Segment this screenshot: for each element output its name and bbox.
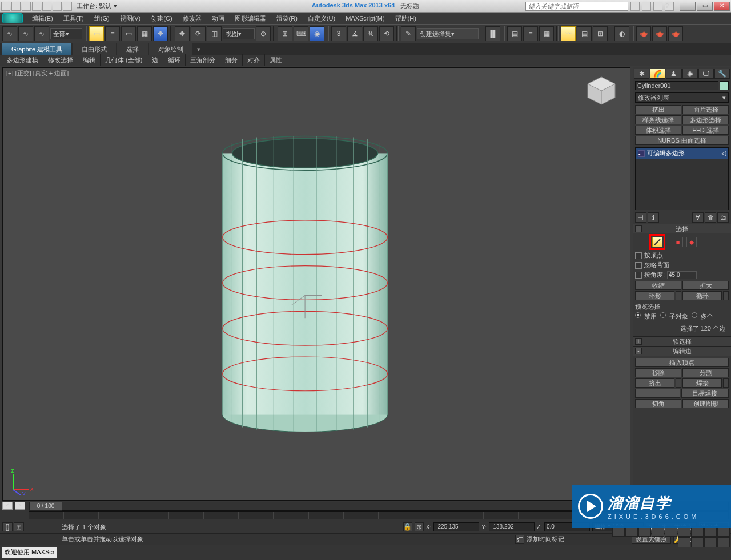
btn-loop[interactable]: 循环 <box>682 291 722 300</box>
chk-by-vertex[interactable] <box>635 252 642 259</box>
rollup-edit-edges-header[interactable]: -编辑边 <box>633 347 731 356</box>
menu-grapheditors[interactable]: 图形编辑器 <box>230 13 271 24</box>
open-icon[interactable] <box>22 2 31 11</box>
nav-orbit-icon[interactable] <box>704 537 717 547</box>
nav-fov-icon[interactable] <box>678 537 690 547</box>
btn-poly-select[interactable]: 多边形选择 <box>682 115 729 124</box>
btn-nurbs-select[interactable]: NURBS 曲面选择 <box>635 136 729 145</box>
undo-icon[interactable] <box>42 2 51 11</box>
snap-2d-icon[interactable]: ◉ <box>310 26 324 41</box>
timeslider-gt-icon[interactable]: > <box>15 502 25 510</box>
add-time-tag[interactable]: 添加时间标记 <box>527 535 564 543</box>
utilities-tab-icon[interactable]: 🔧 <box>714 69 730 79</box>
use-pivot-icon[interactable]: ⊙ <box>256 26 271 41</box>
nav-maximize-icon[interactable] <box>717 537 730 547</box>
named-selection-combo[interactable]: 创建选择集 ▾ <box>417 28 479 39</box>
object-name-field[interactable] <box>635 81 718 90</box>
close-button[interactable]: ✕ <box>714 2 730 11</box>
ref-coord-combo[interactable]: 视图 ▾ <box>223 28 255 39</box>
btn-remove[interactable]: 移除 <box>635 368 681 377</box>
angle-spinner[interactable]: 45.0 <box>667 271 697 279</box>
time-tag-icon[interactable]: 🏷 <box>515 535 524 544</box>
select-by-name-icon[interactable]: ≡ <box>105 26 120 41</box>
menu-group[interactable]: 组(G) <box>90 13 114 24</box>
make-unique-icon[interactable]: ∀ <box>692 212 704 223</box>
lock-selection-icon[interactable]: 🔒 <box>403 522 412 531</box>
rollup-soft-selection-header[interactable]: +软选择 <box>633 337 731 346</box>
help-icon[interactable]: ? <box>665 2 674 11</box>
graphite-toggle-icon[interactable]: ▦ <box>539 26 554 41</box>
modify-tab-icon[interactable]: 🌈 <box>650 69 665 79</box>
expand-icon[interactable]: ▪ <box>638 150 645 157</box>
menu-maxscript[interactable]: MAXScript(M) <box>341 14 389 23</box>
btn-vol-select[interactable]: 体积选择 <box>635 126 681 135</box>
btn-extrude[interactable]: 挤出 <box>635 378 674 388</box>
rollup-selection-header[interactable]: -选择 <box>633 224 731 233</box>
unlink-icon[interactable]: ∿ <box>18 26 33 41</box>
show-end-result-icon[interactable]: ℹ <box>648 212 659 223</box>
ring-spinner[interactable] <box>676 291 681 300</box>
chk-ignore-backfacing[interactable] <box>635 262 642 269</box>
chk-by-angle[interactable] <box>635 272 642 279</box>
menu-tools[interactable]: 工具(T) <box>59 13 89 24</box>
loop-spinner[interactable] <box>723 291 729 300</box>
layers-icon[interactable]: ≡ <box>523 26 538 41</box>
btn-ffd-select[interactable]: FFD 选择 <box>682 126 729 135</box>
hierarchy-tab-icon[interactable]: ♟ <box>666 69 681 79</box>
menu-customize[interactable]: 自定义(U) <box>303 13 340 24</box>
move-icon[interactable]: ✥ <box>175 26 190 41</box>
viewcube[interactable] <box>584 74 618 108</box>
menu-animation[interactable]: 动画 <box>207 13 229 24</box>
time-slider-handle[interactable]: 0 / 100 <box>29 502 62 511</box>
window-crossing-icon[interactable]: ▦ <box>137 26 152 41</box>
display-tab-icon[interactable]: 🖵 <box>698 69 714 79</box>
material-editor-icon[interactable]: ◐ <box>614 26 629 41</box>
btn-insert-vertex[interactable]: 插入顶点 <box>635 358 729 367</box>
render-setup-icon[interactable]: 🫖 <box>636 26 651 41</box>
btn-ring[interactable]: 环形 <box>635 291 674 300</box>
btn-spline-select[interactable]: 样条线选择 <box>635 115 681 124</box>
subobj-element-icon[interactable]: ◆ <box>686 237 697 247</box>
ribbon-panel-tri[interactable]: 三角剖分 <box>186 54 220 66</box>
maximize-button[interactable]: ▭ <box>697 2 713 11</box>
snap-toggle-icon[interactable]: 3 <box>331 26 346 41</box>
ribbon-panel-polymodel[interactable]: 多边形建模 <box>2 54 43 66</box>
dope-sheet-icon[interactable]: ▤ <box>577 26 592 41</box>
object-color-swatch[interactable] <box>720 81 729 90</box>
tab-selection[interactable]: 选择 <box>117 43 148 55</box>
edit-named-sel-icon[interactable]: ✎ <box>401 26 416 41</box>
ribbon-panel-subdiv[interactable]: 细分 <box>220 54 243 66</box>
btn-grow[interactable]: 扩大 <box>682 281 729 290</box>
absolute-mode-icon[interactable]: ⊕ <box>415 522 424 531</box>
subobj-edge-icon[interactable] <box>652 237 662 247</box>
btn-chamfer[interactable]: 切角 <box>635 399 681 408</box>
select-object-icon[interactable]: ▭ <box>89 26 104 41</box>
select-and-move-icon[interactable]: ✥ <box>153 26 168 41</box>
btn-weld[interactable]: 焊接 <box>682 378 722 388</box>
ribbon-panel-modifysel[interactable]: 修改选择 <box>43 54 78 66</box>
minimize-button[interactable]: — <box>680 2 696 11</box>
nav-zoom-ext-icon[interactable] <box>691 537 704 547</box>
pin-stack-icon[interactable]: ⊣ <box>635 212 646 223</box>
link-icon[interactable] <box>63 2 72 11</box>
timeslider-lt-icon[interactable]: < <box>2 502 13 510</box>
schematic-view-icon[interactable]: ⊞ <box>593 26 608 41</box>
help-search-input[interactable] <box>525 2 628 11</box>
render-icon[interactable]: 🫖 <box>668 26 683 41</box>
btn-target-weld[interactable]: 目标焊接 <box>681 389 729 398</box>
application-menu-button[interactable] <box>2 13 23 23</box>
radio-preview-off[interactable] <box>635 312 641 318</box>
btn-patch-select[interactable]: 面片选择 <box>682 105 729 114</box>
mirror-icon[interactable]: ▐▌ <box>485 26 500 41</box>
radio-preview-subobj[interactable] <box>660 312 666 318</box>
btn-extrude-mod[interactable]: 挤出 <box>635 105 681 114</box>
btn-shrink[interactable]: 收缩 <box>635 281 681 290</box>
subobj-polygon-icon[interactable]: ■ <box>673 237 683 247</box>
workspace-switcher[interactable]: 工作台: 默认▾ <box>77 2 117 10</box>
new-icon[interactable] <box>11 2 21 11</box>
redo-icon[interactable] <box>53 2 62 11</box>
menu-modifiers[interactable]: 修改器 <box>178 13 206 24</box>
configure-sets-icon[interactable]: 🗂 <box>717 212 729 223</box>
stack-item-editable-poly[interactable]: ▪ 可编辑多边形 ◁ <box>636 148 728 159</box>
maxscript-mini-icon[interactable]: {} <box>2 522 13 531</box>
